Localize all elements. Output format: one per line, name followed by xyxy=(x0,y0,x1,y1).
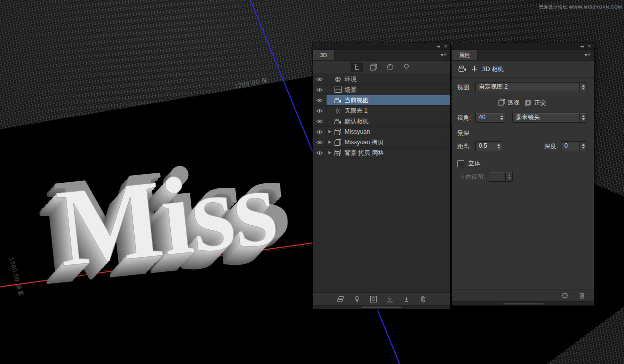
layer-row-default-camera[interactable]: 默认相机 xyxy=(313,116,450,127)
stereo-view-value xyxy=(489,172,505,181)
divider xyxy=(452,77,594,78)
layer-row-scene[interactable]: 场景 xyxy=(313,85,450,95)
ground-plane-icon[interactable] xyxy=(336,294,346,303)
scene-icon xyxy=(333,87,343,93)
projection-row: 透视 正交 xyxy=(452,99,594,107)
chevron-up-down-icon xyxy=(579,83,586,92)
expand-icon[interactable]: ▶ xyxy=(327,127,333,137)
render-icon[interactable] xyxy=(369,294,379,303)
stereo-view-row: 立体视图: xyxy=(452,172,594,182)
layer-label: 背景 拷贝 网格 xyxy=(343,149,384,157)
properties-panel-minibar: ◂◂ × xyxy=(452,43,594,50)
properties-header: 3D 相机 xyxy=(452,61,594,77)
properties-panel-toolbar xyxy=(452,289,594,301)
layer-row-missyuan-copy[interactable]: ▶ Missyuan 拷贝 xyxy=(313,137,450,148)
stereo-checkbox[interactable] xyxy=(457,160,464,167)
mesh-filter-icon[interactable] xyxy=(368,63,380,72)
layer-label: 环境 xyxy=(343,75,357,84)
properties-panel: ◂◂ × 属性 ▾≡ 3D 相机 视图: 自定视图 2 xyxy=(452,43,594,305)
delete-icon[interactable] xyxy=(577,291,587,300)
visibility-toggle[interactable] xyxy=(313,74,327,84)
layer-label: 场景 xyxy=(343,86,357,94)
3d-panel-empty-area xyxy=(313,158,450,292)
material-filter-icon[interactable] xyxy=(384,63,396,72)
stereo-label: 立体 xyxy=(468,159,480,168)
view-label: 视图: xyxy=(457,83,475,92)
expand-icon[interactable]: ▶ xyxy=(327,148,333,158)
visibility-toggle[interactable] xyxy=(313,85,327,95)
collapse-panel-icon[interactable]: ◂◂ xyxy=(580,43,583,50)
environment-icon xyxy=(333,76,343,83)
photoshop-3d-workspace: 1280.00 像 1280.00 像素 Miss Miss 思缘设计论坛 WW… xyxy=(0,0,624,364)
layer-label: Missyuan xyxy=(343,128,370,135)
fov-dropdown[interactable]: 40 xyxy=(475,113,505,123)
orthographic-cube-icon xyxy=(525,99,532,107)
chevron-up-down-icon xyxy=(579,142,586,151)
visibility-toggle[interactable] xyxy=(313,148,327,158)
depth-dropdown[interactable]: 0 xyxy=(561,141,587,151)
perspective-label: 透视 xyxy=(508,99,520,107)
toggle-coordinates-icon[interactable] xyxy=(560,291,570,300)
layer-row-infinite-light[interactable]: 无限光 1 xyxy=(313,106,450,116)
3d-filter-bar xyxy=(313,61,450,74)
view-value: 自定视图 2 xyxy=(476,83,579,92)
properties-panel-tabstrip: 属性 ▾≡ xyxy=(452,50,594,61)
expand-icon[interactable]: ▶ xyxy=(327,137,333,147)
scrollbar-thumb[interactable] xyxy=(362,306,402,308)
camera-icon xyxy=(458,65,467,74)
chevron-up-down-icon xyxy=(498,113,505,122)
fov-row: 视角: 40 毫米镜头 xyxy=(452,113,594,123)
collapse-panel-icon[interactable]: ◂◂ xyxy=(437,43,440,50)
panel-menu-icon[interactable]: ▾≡ xyxy=(441,50,450,60)
3d-text-front-layer: Miss xyxy=(52,150,281,283)
scene-filter-icon[interactable] xyxy=(351,63,363,72)
camera-icon xyxy=(333,119,343,124)
infinite-light-icon xyxy=(333,108,343,114)
properties-panel-resize-strip xyxy=(452,301,594,305)
lens-dropdown[interactable]: 毫米镜头 xyxy=(512,113,587,123)
camera-icon xyxy=(333,98,343,103)
layer-label: Missyuan 拷贝 xyxy=(343,138,384,147)
mesh-icon xyxy=(333,150,343,156)
tab-properties[interactable]: 属性 xyxy=(452,50,478,60)
3d-axis-icon xyxy=(471,65,478,74)
close-panel-icon[interactable]: × xyxy=(444,43,447,50)
watermark: 思缘设计论坛 WWW.MISSYUAN.COM xyxy=(539,4,622,11)
stereo-view-label: 立体视图: xyxy=(459,173,485,181)
light-filter-icon[interactable] xyxy=(401,63,413,72)
snap-to-ground-icon[interactable] xyxy=(402,294,412,303)
delete-icon[interactable] xyxy=(418,294,428,303)
visibility-toggle[interactable] xyxy=(313,95,327,105)
distance-label: 距离: xyxy=(457,142,475,151)
layer-row-background-copy-mesh[interactable]: ▶ 背景 拷贝 网格 xyxy=(313,148,450,158)
visibility-toggle[interactable] xyxy=(313,137,327,147)
3d-layer-list: 环境 场景 xyxy=(313,74,450,158)
stereo-row: 立体 xyxy=(452,159,594,168)
tab-3d[interactable]: 3D xyxy=(313,50,335,60)
new-light-icon[interactable] xyxy=(352,294,362,303)
3d-panel-resize-strip xyxy=(313,305,450,309)
visibility-toggle[interactable] xyxy=(313,127,327,137)
orthographic-button[interactable]: 正交 xyxy=(525,99,546,107)
3d-panel-minibar: ◂◂ × xyxy=(313,43,450,50)
perspective-button[interactable]: 透视 xyxy=(498,99,520,107)
scrollbar-thumb[interactable] xyxy=(503,303,543,304)
layer-row-missyuan[interactable]: ▶ Missyuan xyxy=(313,127,450,137)
properties-header-label: 3D 相机 xyxy=(482,65,504,74)
fov-label: 视角: xyxy=(457,114,475,122)
visibility-toggle[interactable] xyxy=(313,106,327,116)
visibility-toggle[interactable] xyxy=(313,116,327,126)
tab-properties-label: 属性 xyxy=(459,52,470,58)
properties-content: 3D 相机 视图: 自定视图 2 透视 xyxy=(452,61,594,289)
layer-row-environment[interactable]: 环境 xyxy=(313,74,450,85)
distance-dropdown[interactable]: 0.5 xyxy=(475,141,502,151)
layer-row-current-view[interactable]: 当前视图 xyxy=(313,95,450,106)
layer-label: 当前视图 xyxy=(343,96,369,105)
chevron-up-down-icon xyxy=(495,142,502,151)
view-dropdown[interactable]: 自定视图 2 xyxy=(475,82,587,92)
panel-menu-icon[interactable]: ▾≡ xyxy=(584,50,594,60)
mesh-icon xyxy=(333,129,343,135)
move-to-ground-icon[interactable] xyxy=(385,294,395,303)
dof-section-label: 景深 xyxy=(452,129,594,138)
close-panel-icon[interactable]: × xyxy=(588,43,591,50)
